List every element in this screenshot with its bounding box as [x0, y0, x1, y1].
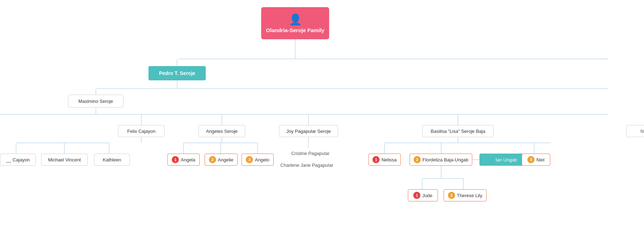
cajayon-partial-node[interactable]: __ Cajayon — [0, 154, 36, 166]
therese-node[interactable]: 2 Therese Lily — [444, 189, 487, 201]
angela-node[interactable]: 1 Angela — [167, 154, 200, 166]
joy-node[interactable]: Joy Pagapular Seroje — [279, 125, 338, 137]
partial-right-label: N... — [640, 129, 644, 134]
therese-label: Therese Lily — [457, 193, 482, 198]
flordeliza-badge: 2 — [414, 156, 421, 163]
root-label: Olandria-Seroje Family — [266, 27, 324, 33]
avatar-icon: 👤 — [289, 13, 302, 26]
charlene-label: Charlene Jane Pagapular — [280, 162, 333, 168]
felix-node[interactable]: Felix Cajayon — [118, 125, 165, 137]
jude-badge: 1 — [413, 192, 420, 199]
nelissa-node[interactable]: 1 Nelissa — [369, 154, 401, 166]
angela-label: Angela — [181, 157, 195, 162]
niel-label: Niel — [536, 157, 544, 162]
basilisa-node[interactable]: Basilisa "Lisa" Seroje Baja — [422, 125, 494, 137]
pedro-node[interactable]: Pedro T. Seroje — [148, 66, 206, 80]
ian-label: Ian Ungab — [496, 157, 517, 162]
cristine-node[interactable]: Cristine Pagapular — [283, 148, 338, 158]
angelie-badge: 2 — [209, 156, 216, 163]
therese-badge: 2 — [448, 192, 455, 199]
maximino-label: Maximino Seroje — [78, 99, 113, 104]
michael-node[interactable]: Michael Vincent — [41, 154, 88, 166]
flordeliza-label: Flordeliza Baja-Ungab — [423, 157, 469, 162]
joy-label: Joy Pagapular Seroje — [286, 129, 331, 134]
basilisa-label: Basilisa "Lisa" Seroje Baja — [431, 129, 485, 134]
angela-badge: 1 — [172, 156, 179, 163]
niel-node[interactable]: 3 Niel — [522, 154, 550, 166]
pedro-label: Pedro T. Seroje — [159, 70, 195, 76]
jude-label: Jude — [422, 193, 432, 198]
partial-right-node[interactable]: N... — [626, 125, 644, 137]
kathleen-node[interactable]: Kathleen — [94, 154, 130, 166]
angeles-label: Angeles Seroje — [206, 129, 238, 134]
nelissa-label: Nelissa — [381, 157, 397, 162]
angelo-node[interactable]: 3 Angelo — [241, 154, 274, 166]
flordeliza-node[interactable]: 2 Flordeliza Baja-Ungab — [410, 154, 472, 166]
angelie-label: Angelie — [218, 157, 233, 162]
angelo-label: Angelo — [255, 157, 269, 162]
cristine-label: Cristine Pagapular — [291, 151, 330, 156]
family-tree: 👤 Olandria-Seroje Family Pedro T. Seroje… — [0, 0, 644, 230]
jude-node[interactable]: 1 Jude — [408, 189, 438, 201]
angelo-badge: 3 — [246, 156, 253, 163]
root-node[interactable]: 👤 Olandria-Seroje Family — [261, 7, 329, 39]
maximino-node[interactable]: Maximino Seroje — [68, 95, 123, 108]
kathleen-label: Kathleen — [103, 157, 121, 162]
charlene-node[interactable]: Charlene Jane Pagapular — [275, 160, 338, 170]
nelissa-badge: 1 — [372, 156, 380, 163]
niel-badge: 3 — [527, 156, 535, 163]
cajayon-partial-label: __ Cajayon — [6, 157, 30, 162]
angeles-node[interactable]: Angeles Seroje — [199, 125, 245, 137]
michael-label: Michael Vincent — [48, 157, 81, 162]
angelie-node[interactable]: 2 Angelie — [205, 154, 238, 166]
felix-label: Felix Cajayon — [127, 129, 156, 134]
